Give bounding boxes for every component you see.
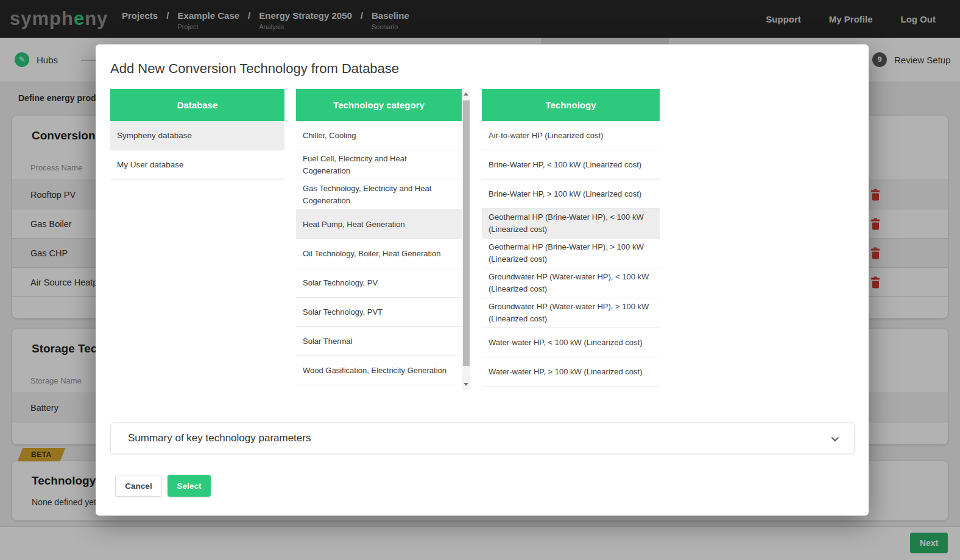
cancel-button[interactable]: Cancel <box>115 475 162 497</box>
database-column-header: Database <box>110 89 284 121</box>
add-conversion-technology-dialog: Add New Conversion Technology from Datab… <box>96 44 869 516</box>
category-item[interactable]: Solar Thermal <box>296 327 462 356</box>
category-scrollbar[interactable] <box>462 89 470 390</box>
scroll-up-arrow-icon[interactable] <box>464 93 468 96</box>
technology-list: Air-to-water HP (Linearized cost)Brine-W… <box>482 121 660 387</box>
database-item[interactable]: My User database <box>110 150 284 180</box>
dialog-title: Add New Conversion Technology from Datab… <box>110 61 399 77</box>
technology-item[interactable]: Water-water HP, > 100 kW (Linearized cos… <box>482 357 660 387</box>
category-item[interactable]: Oil Technology, Boiler, Heat Generation <box>296 239 462 268</box>
category-item[interactable]: Solar Technology, PV <box>296 268 462 298</box>
summary-expander[interactable]: Summary of key technology parameters <box>110 422 855 454</box>
database-list: Sympheny databaseMy User database <box>110 121 284 180</box>
category-item[interactable]: Wood Technology, Boiler, Heat <box>296 385 462 390</box>
technology-column: Technology Air-to-water HP (Linearized c… <box>482 89 660 390</box>
technology-item[interactable]: Groundwater HP (Water-water HP), < 100 k… <box>482 268 660 298</box>
technology-item[interactable]: Geothermal HP (Brine-Water HP), > 100 kW… <box>482 239 660 268</box>
technology-item[interactable]: Brine-Water HP, > 100 kW (Linearized cos… <box>482 180 660 209</box>
category-item[interactable]: Heat Pump, Heat Generation <box>296 210 462 239</box>
technology-column-header: Technology <box>482 89 660 121</box>
technology-item[interactable]: Brine-Water HP, < 100 kW (Linearized cos… <box>482 150 660 180</box>
technology-item[interactable]: Water-water HP, < 100 kW (Linearized cos… <box>482 328 660 357</box>
app-screen: sympheny Projects/Example CaseProject/En… <box>0 0 960 560</box>
technology-item[interactable]: Air-to-water HP (Linearized cost) <box>482 121 660 150</box>
category-item[interactable]: Gas Technology, Electricity and Heat Cog… <box>296 180 462 210</box>
technology-item[interactable]: Groundwater HP (Water-water HP), > 100 k… <box>482 298 660 328</box>
category-item[interactable]: Fuel Cell, Electricity and Heat Cogenera… <box>296 150 462 180</box>
database-column: Database Sympheny databaseMy User databa… <box>110 89 284 390</box>
scrollbar-thumb[interactable] <box>463 100 470 366</box>
database-item[interactable]: Sympheny database <box>110 121 284 150</box>
category-column-header: Technology category <box>296 89 462 121</box>
category-item[interactable]: Chiller, Cooling <box>296 121 462 150</box>
technology-item[interactable]: Geothermal HP (Brine-Water HP), < 100 kW… <box>482 209 660 239</box>
technology-category-column: Technology category Chiller, CoolingFuel… <box>296 89 462 390</box>
summary-label: Summary of key technology parameters <box>128 432 311 444</box>
category-item[interactable]: Solar Technology, PVT <box>296 298 462 327</box>
dialog-buttons: Cancel Select <box>115 475 211 497</box>
chevron-down-icon <box>831 433 839 441</box>
scroll-down-arrow-icon[interactable] <box>464 383 468 386</box>
category-item[interactable]: Wood Gasification, Electricity Generatio… <box>296 356 462 385</box>
category-list: Chiller, CoolingFuel Cell, Electricity a… <box>296 121 462 390</box>
select-button[interactable]: Select <box>168 475 211 497</box>
